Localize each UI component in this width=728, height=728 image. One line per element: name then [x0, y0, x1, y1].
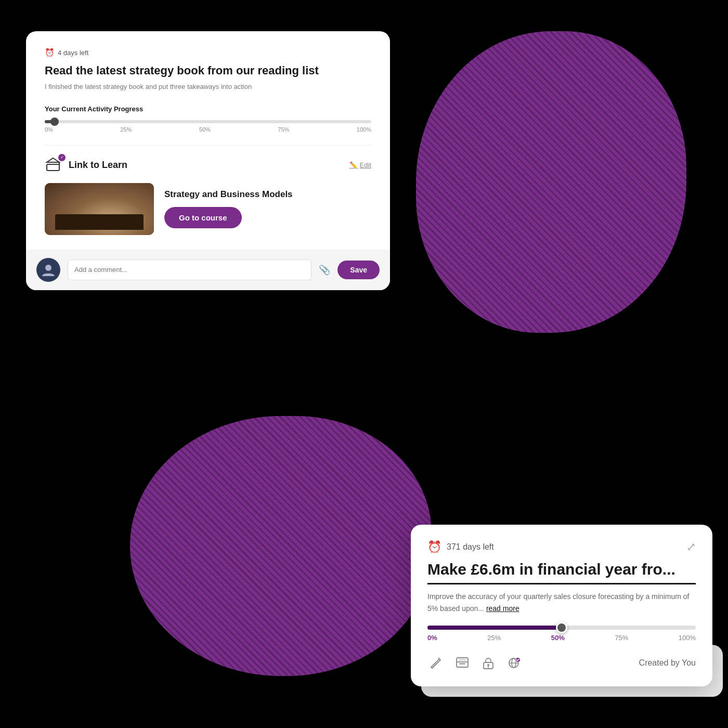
alarm-icon: ⏰ — [45, 48, 55, 57]
svg-rect-5 — [457, 661, 468, 662]
card2-footer: Created by You — [427, 654, 696, 672]
course-title: Strategy and Business Models — [164, 189, 371, 200]
comment-input[interactable] — [68, 259, 311, 280]
card2-progress-markers: 0% 25% 50% 75% 100% — [427, 634, 696, 642]
progress-markers: 0% 25% 50% 75% 100% — [45, 126, 371, 133]
laptop-image — [45, 183, 154, 235]
move-icon[interactable]: ⤢ — [686, 540, 696, 554]
card1-subtitle: I finished the latest strategy book and … — [45, 83, 371, 90]
save-button[interactable]: Save — [337, 261, 380, 279]
lock-icon[interactable] — [479, 654, 497, 672]
card2-days-text: 371 days left — [447, 542, 494, 552]
divider — [45, 145, 371, 146]
card2-title: Make £6.6m in financial year fro... — [427, 560, 696, 584]
link-to-learn-left: ✓ Link to Learn — [45, 156, 127, 175]
card2-progress-track[interactable] — [427, 626, 696, 630]
alarm-icon-2: ⏰ — [427, 540, 441, 554]
course-card: Strategy and Business Models Go to cours… — [45, 183, 371, 235]
svg-rect-4 — [457, 658, 468, 667]
edit-icon[interactable] — [427, 654, 445, 672]
days-left-row: ⏰ 4 days left — [45, 48, 371, 57]
check-badge: ✓ — [58, 154, 66, 161]
link-to-learn-title: Link to Learn — [69, 160, 127, 171]
card2-marker-75: 75% — [615, 634, 628, 642]
activity-card: ⏰ 4 days left Read the latest strategy b… — [26, 31, 390, 290]
marker-0: 0% — [45, 126, 53, 133]
edit-button[interactable]: ✏️ Edit — [349, 161, 371, 169]
user-avatar — [36, 258, 60, 282]
card2-desc: Improve the accuracy of your quarterly s… — [427, 591, 696, 614]
avatar-icon — [41, 262, 56, 278]
learn-icon-wrapper: ✓ — [45, 156, 63, 175]
progress-label: Your Current Activity Progress — [45, 105, 371, 113]
link-to-learn-header: ✓ Link to Learn ✏️ Edit — [45, 156, 371, 175]
created-by-text: Created by You — [639, 658, 696, 668]
purple-blob-1 — [416, 31, 686, 333]
edit-label: Edit — [360, 161, 371, 169]
marker-100: 100% — [357, 126, 371, 133]
edit-icon: ✏️ — [349, 161, 358, 169]
card2-action-icons — [427, 654, 523, 672]
purple-blob-2 — [130, 416, 432, 676]
svg-rect-0 — [47, 164, 59, 171]
card2-marker-25: 25% — [487, 634, 501, 642]
attach-icon[interactable]: 📎 — [319, 264, 330, 276]
course-info: Strategy and Business Models Go to cours… — [164, 189, 371, 228]
marker-75: 75% — [278, 126, 289, 133]
globe-check-icon[interactable] — [505, 654, 523, 672]
marker-25: 25% — [120, 126, 132, 133]
card2-progress-fill — [427, 626, 562, 630]
svg-rect-7 — [459, 659, 466, 660]
progress-bar — [45, 120, 371, 123]
goal-card: ⏰ 371 days left ⤢ Make £6.6m in financia… — [411, 525, 712, 686]
days-left-text: 4 days left — [58, 49, 88, 57]
course-thumbnail — [45, 183, 154, 235]
progress-fill — [45, 120, 55, 123]
card2-days-row: ⏰ 371 days left ⤢ — [427, 540, 696, 554]
svg-marker-1 — [47, 158, 59, 162]
read-more-link[interactable]: read more — [486, 604, 519, 613]
comment-section: 📎 Save — [26, 250, 390, 290]
card2-progress-thumb — [556, 622, 567, 633]
progress-track[interactable] — [45, 120, 371, 123]
inbox-icon[interactable] — [453, 654, 471, 672]
go-to-course-button[interactable]: Go to course — [164, 207, 242, 228]
card1-title: Read the latest strategy book from our r… — [45, 63, 371, 79]
marker-50: 50% — [199, 126, 211, 133]
svg-point-3 — [45, 265, 51, 271]
card2-desc-text: Improve the accuracy of your quarterly s… — [427, 592, 689, 612]
card2-marker-100: 100% — [679, 634, 696, 642]
card2-marker-50: 50% — [551, 634, 565, 642]
card2-days-left: ⏰ 371 days left — [427, 540, 494, 554]
card2-marker-0: 0% — [427, 634, 437, 642]
progress-thumb — [50, 118, 59, 126]
